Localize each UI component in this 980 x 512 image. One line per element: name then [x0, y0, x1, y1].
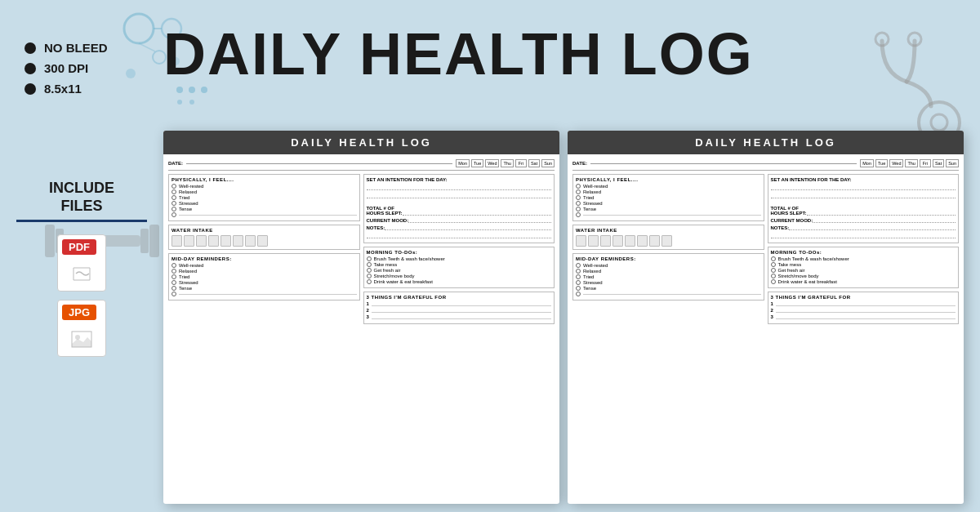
dot-icon	[24, 42, 36, 54]
size-badge: 8.5x11	[24, 82, 108, 96]
cup-2	[184, 235, 194, 247]
m2-well-rested: Well-rested	[576, 263, 761, 268]
cup2-2	[588, 235, 599, 247]
circle-icon	[172, 195, 176, 200]
midday-tried: Tried	[172, 274, 357, 279]
hours-slept-row: TOTAL # OFHOURS SLEPT:	[367, 206, 552, 216]
dotted-line-3	[367, 232, 552, 238]
p2-tense: Tense	[576, 207, 761, 211]
circle-icon	[367, 279, 372, 284]
circle-icon	[771, 279, 776, 284]
p2-stressed: Stressed	[576, 201, 761, 206]
jpg-symbol	[69, 329, 94, 349]
circle-icon	[576, 286, 581, 291]
mood-row-2: CURRENT MOOD:	[771, 218, 956, 223]
svg-point-3	[126, 69, 136, 78]
circle-icon	[172, 189, 176, 194]
day-tue-2: Tue	[875, 159, 888, 167]
svg-point-18	[201, 87, 207, 93]
circle-icon	[367, 262, 372, 267]
t2-3: Get fresh air	[771, 268, 956, 273]
circle-icon	[576, 269, 581, 274]
dotted-line-2	[367, 192, 552, 198]
water-section: WATER INTAKE	[168, 225, 360, 250]
day-sat: Sat	[528, 159, 540, 167]
m2-stressed: Stressed	[576, 280, 761, 285]
cup-6	[233, 235, 243, 247]
doc-body-1: DATE: Mon Tue Wed Thu Fri Sat Sun	[163, 154, 559, 504]
circle-icon	[576, 274, 581, 279]
day-fri-2: Fri	[920, 159, 931, 167]
circle-icon	[576, 201, 581, 206]
circle-icon	[367, 274, 372, 278]
product-info: NO BLEED 300 DPI 8.5x11	[24, 41, 108, 96]
cup-1	[172, 235, 182, 247]
circle-icon	[576, 292, 581, 296]
day-thu-2: Thu	[905, 159, 917, 167]
day-sat-2: Sat	[933, 159, 944, 167]
cup-7	[245, 235, 256, 247]
circle-icon	[576, 280, 581, 285]
svg-rect-15	[149, 225, 159, 257]
grateful-3: 3	[367, 314, 552, 319]
circle-icon	[172, 212, 176, 217]
left-column-2: PHYSICALLY, I FEEL.... Well-rested Relax…	[572, 174, 764, 499]
grateful2-3: 3	[771, 314, 956, 319]
notes-row: NOTES:	[367, 225, 552, 230]
checkbox-blank	[172, 212, 357, 217]
t2-2: Take mess	[771, 262, 956, 267]
notes-row-2: NOTES:	[771, 225, 956, 230]
water-cups-2	[576, 235, 761, 247]
cup2-4	[612, 235, 623, 247]
circle-icon	[172, 286, 176, 291]
svg-point-16	[176, 87, 183, 93]
cup2-5	[625, 235, 635, 247]
svg-point-0	[124, 14, 154, 43]
day-sun: Sun	[541, 159, 555, 167]
main-title: DAILY HEALTH LOG	[163, 24, 915, 83]
day-tue: Tue	[471, 159, 483, 167]
water-cups	[172, 235, 357, 247]
midday-stressed: Stressed	[172, 280, 357, 285]
circle-icon	[576, 263, 581, 268]
midday-blank	[172, 292, 357, 296]
grateful-section: 3 THINGS I'M GRATEFUL FOR 1 2 3	[363, 292, 555, 324]
circle-icon	[576, 189, 581, 194]
dot-icon	[24, 83, 36, 95]
m2-blank	[576, 292, 761, 296]
m2-relaxed: Relaxed	[576, 269, 761, 274]
mood-row: CURRENT MOOD:	[367, 218, 552, 223]
circle-icon	[771, 274, 776, 278]
midday-section: MID-DAY REMINDERS: Well-rested Relaxed T…	[168, 253, 360, 301]
day-mon-2: Mon	[860, 159, 874, 167]
day-wed-2: Wed	[889, 159, 903, 167]
grateful2-1: 1	[771, 301, 956, 306]
p2-well-rested: Well-rested	[576, 184, 761, 189]
cup2-6	[637, 235, 648, 247]
todo-1: Brush Teeth & wash face/shower	[367, 256, 552, 261]
document-page-1: DAILY HEALTH LOG DATE: Mon Tue Wed Thu F…	[163, 131, 559, 504]
date-line	[186, 163, 452, 164]
cup-5	[220, 235, 231, 247]
include-files-section: INCLUDE FILES PDF JPG	[16, 180, 147, 357]
hours-slept-row-2: TOTAL # OFHOURS SLEPT:	[771, 206, 956, 216]
svg-point-8	[931, 114, 947, 131]
circle-icon	[367, 256, 372, 261]
p2-blank	[576, 212, 761, 217]
physically-section: PHYSICALLY, I FEEL.... Well-rested Relax…	[168, 174, 360, 221]
circle-icon	[576, 207, 581, 211]
day-mon: Mon	[456, 159, 470, 167]
circle-icon	[172, 269, 176, 274]
checkbox-tried: Tried	[172, 195, 357, 200]
include-underline	[16, 220, 147, 222]
cup2-1	[576, 235, 586, 247]
file-icons-list: PDF JPG	[16, 234, 147, 357]
dotted-line-1	[367, 184, 552, 190]
cup2-7	[649, 235, 660, 247]
cup-4	[208, 235, 219, 247]
date-row-2: DATE: Mon Tue Wed Thu Fri Sat Sun	[572, 159, 959, 171]
documents-container: DAILY HEALTH LOG DATE: Mon Tue Wed Thu F…	[163, 131, 964, 504]
circle-icon	[172, 207, 176, 211]
pdf-file-icon: PDF	[57, 234, 106, 292]
circle-icon	[172, 274, 176, 279]
